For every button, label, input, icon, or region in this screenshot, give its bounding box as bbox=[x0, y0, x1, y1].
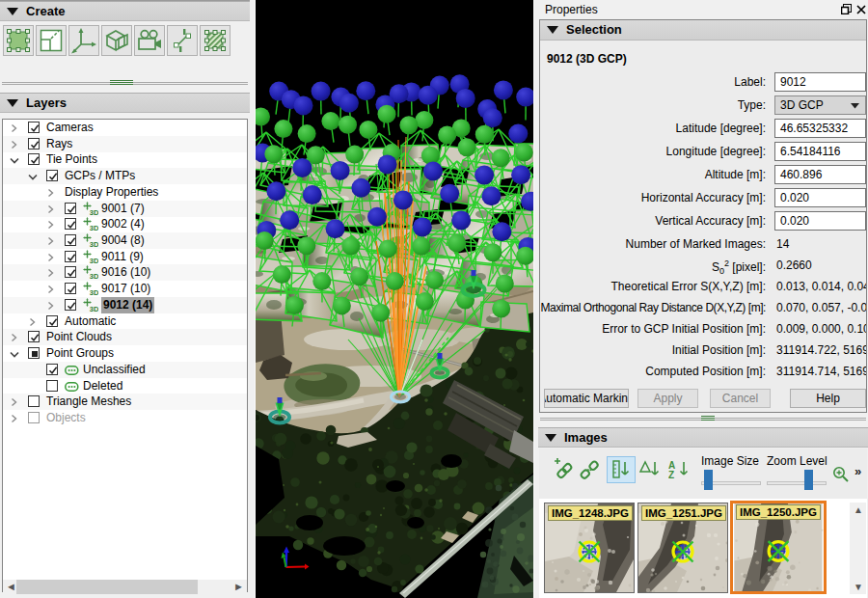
svg-text:3D: 3D bbox=[90, 288, 98, 297]
svg-text:Z: Z bbox=[668, 470, 674, 479]
svg-text:3D: 3D bbox=[90, 272, 98, 281]
svg-text:3D: 3D bbox=[90, 224, 98, 232]
svg-text:3D: 3D bbox=[90, 257, 98, 265]
svg-text:3D: 3D bbox=[90, 208, 98, 217]
svg-text:3D: 3D bbox=[90, 240, 98, 249]
svg-text:3D: 3D bbox=[90, 305, 98, 313]
